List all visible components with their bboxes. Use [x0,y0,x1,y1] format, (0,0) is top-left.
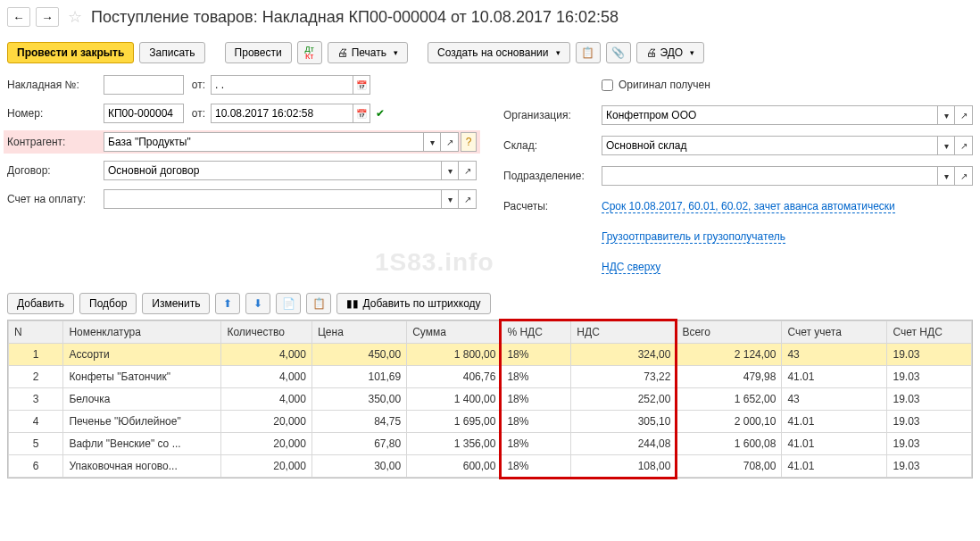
open-icon[interactable]: ↗ [459,161,477,180]
org-input[interactable] [602,105,937,125]
division-label: Подразделение: [503,170,602,182]
dropdown-icon[interactable]: ▾ [937,136,955,155]
table-row[interactable]: 3Белочка4,000350,001 400,0018%252,001 65… [9,388,972,411]
from-label-2: от: [184,107,205,120]
post-button[interactable]: Провести [225,42,292,63]
shipper-link[interactable]: Грузоотправитель и грузополучатель [602,230,785,244]
dtkt-button[interactable]: ДтКт [297,41,322,64]
vat-link[interactable]: НДС сверху [602,261,660,274]
dropdown-icon[interactable]: ▾ [441,189,459,209]
table-row[interactable]: 1Ассорти4,000450,001 800,0018%324,002 12… [9,344,972,366]
move-up-button[interactable]: ⬆ [215,293,240,314]
attach-button[interactable]: 📎 [606,42,631,63]
nav-forward-button[interactable]: → [36,7,59,27]
counterparty-input[interactable] [104,132,423,152]
move-down-button[interactable]: ⬇ [245,293,270,314]
column-header[interactable]: Номенклатура [63,321,221,344]
original-received-label: Оригинал получен [619,79,710,91]
column-header[interactable]: Сумма [407,321,502,344]
from-label-1: от: [184,79,205,91]
page-title: Поступление товаров: Накладная КП00-0000… [91,8,619,27]
original-received-checkbox[interactable]: Оригинал получен [602,79,710,91]
table-row[interactable]: 5Вафли "Венские" со ...20,00067,801 356,… [9,433,972,455]
bill-input[interactable] [104,189,441,209]
contract-input[interactable] [104,161,441,180]
help-icon[interactable]: ? [461,132,477,152]
warehouse-label: Склад: [503,139,602,152]
column-header[interactable]: % НДС [502,321,571,344]
org-label: Организация: [503,109,602,121]
open-icon[interactable]: ↗ [955,136,973,155]
counterparty-label: Контрагент: [7,136,104,148]
column-header[interactable]: Счет НДС [887,321,972,344]
barcode-button[interactable]: ▮▮ Добавить по штрихкоду [336,293,490,314]
calendar-icon-2[interactable] [353,104,370,123]
invoice-date-input[interactable] [211,75,353,95]
warehouse-input[interactable] [602,136,937,155]
dropdown-icon[interactable]: ▾ [937,105,955,125]
report-button[interactable]: 📋 [576,42,601,63]
column-header[interactable]: НДС [571,321,677,344]
contract-label: Договор: [7,164,104,177]
bill-label: Счет на оплату: [7,193,104,205]
check-icon[interactable]: ✔ [376,107,385,120]
edo-button[interactable]: 🖨 ЭДО [636,42,705,63]
open-icon[interactable]: ↗ [955,166,973,186]
dropdown-icon[interactable]: ▾ [441,161,459,180]
date-input[interactable] [211,104,353,123]
copy-button[interactable]: 📄 [276,293,301,314]
table-row[interactable]: 6Упаковочная ногово...20,00030,00600,001… [9,455,972,478]
paste-button[interactable]: 📋 [306,293,331,314]
dropdown-icon[interactable]: ▾ [937,166,955,186]
division-input[interactable] [602,166,937,186]
column-header[interactable]: Количество [221,321,312,344]
invoice-no-label: Накладная №: [7,79,104,91]
print-button[interactable]: 🖨 Печать [328,42,408,63]
add-row-button[interactable]: Добавить [7,293,74,314]
column-header[interactable]: Цена [311,321,406,344]
number-input[interactable] [104,104,184,123]
create-based-on-button[interactable]: Создать на основании [428,42,570,63]
dropdown-icon[interactable]: ▾ [423,132,441,152]
number-label: Номер: [7,107,104,120]
calendar-icon[interactable] [353,75,370,95]
post-and-close-button[interactable]: Провести и закрыть [7,42,134,63]
calc-link[interactable]: Срок 10.08.2017, 60.01, 60.02, зачет ава… [602,200,895,213]
calc-label: Расчеты: [503,200,602,212]
column-header[interactable]: N [9,321,63,344]
table-row[interactable]: 4Печенье "Юбилейное"20,00084,751 695,001… [9,411,972,433]
column-header[interactable]: Всего [677,321,782,344]
table-row[interactable]: 2Конфеты "Батончик"4,000101,69406,7618%7… [9,366,972,388]
invoice-no-input[interactable] [104,75,184,95]
save-button[interactable]: Записать [139,42,204,63]
nav-back-button[interactable]: ← [7,7,30,27]
favorite-star-icon[interactable]: ☆ [68,7,82,27]
pick-button[interactable]: Подбор [79,293,137,314]
edit-button[interactable]: Изменить [142,293,210,314]
column-header[interactable]: Счет учета [782,321,887,344]
open-icon[interactable]: ↗ [441,132,459,152]
items-table[interactable]: NНоменклатураКоличествоЦенаСумма% НДСНДС… [8,320,972,478]
open-icon[interactable]: ↗ [459,189,477,209]
open-icon[interactable]: ↗ [955,105,973,125]
